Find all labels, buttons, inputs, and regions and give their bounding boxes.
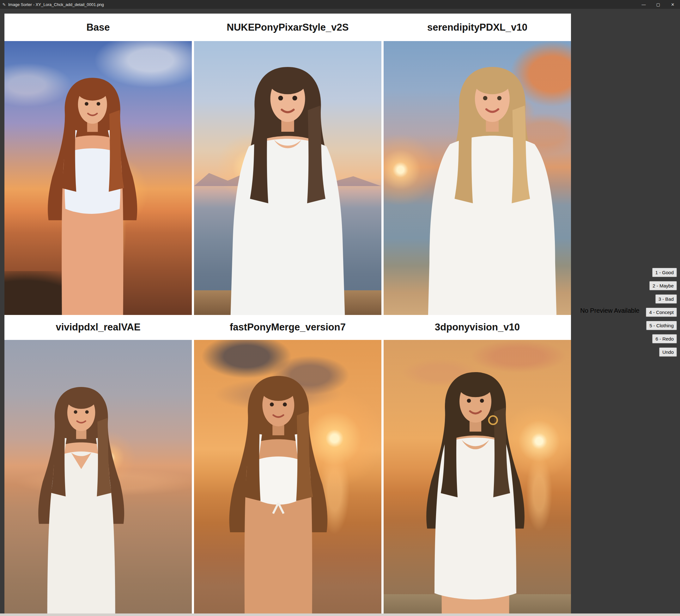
portrait-figure [194, 41, 381, 315]
generated-image-vividpdxl[interactable] [4, 340, 192, 614]
window-title: Image Sorter - XY_Lora_Chck_add_detail_0… [8, 2, 104, 7]
portrait-figure [4, 41, 192, 315]
column-label-base: Base [4, 13, 192, 41]
generated-image-fastponymerge[interactable] [194, 340, 381, 614]
window-bottom-edge [0, 614, 680, 616]
rate-redo-button[interactable]: 6 - Redo [652, 334, 677, 343]
generated-image-base[interactable] [4, 41, 192, 315]
column-label-serendipitypdxl: serendipityPDXL_v10 [384, 13, 571, 41]
app-icon: ✎ [0, 2, 8, 7]
maximize-icon[interactable]: ▢ [651, 0, 665, 9]
rate-clothing-button[interactable]: 5 - Clothing [646, 321, 677, 330]
column-label-vividpdxl: vividpdxl_realVAE [4, 315, 192, 340]
comparison-grid: Base NUKEPonyPixarStyle_v2S serendipityP… [4, 13, 571, 614]
column-label-fastponymerge: fastPonyMerge_version7 [194, 315, 381, 340]
image-sorter-window: { "window": { "title": "Image Sorter - X… [0, 0, 680, 616]
close-icon[interactable]: ✕ [665, 0, 680, 9]
no-preview-label: No Preview Available [575, 307, 645, 314]
image-grid-panel: Base NUKEPonyPixarStyle_v2S serendipityP… [4, 13, 571, 614]
portrait-figure [384, 340, 571, 614]
generated-image-nukeponypixarstyle[interactable] [194, 41, 381, 315]
rate-maybe-button[interactable]: 2 - Maybe [649, 281, 677, 290]
rate-bad-button[interactable]: 3 - Bad [655, 294, 677, 303]
minimize-icon[interactable]: — [636, 0, 651, 9]
title-bar[interactable]: ✎ Image Sorter - XY_Lora_Chck_add_detail… [0, 0, 680, 9]
generated-image-3dponyvision[interactable] [384, 340, 571, 614]
undo-button[interactable]: Undo [659, 348, 677, 357]
column-label-nukeponypixarstyle: NUKEPonyPixarStyle_v2S [194, 13, 381, 41]
rate-good-button[interactable]: 1 - Good [652, 268, 677, 277]
portrait-figure [194, 340, 381, 614]
generated-image-serendipitypdxl[interactable] [384, 41, 571, 315]
portrait-figure [384, 41, 571, 315]
rating-button-column: 1 - Good 2 - Maybe 3 - Bad 4 - Concept 5… [646, 268, 677, 357]
portrait-figure [4, 340, 192, 614]
column-label-3dponyvision: 3dponyvision_v10 [384, 315, 571, 340]
rate-concept-button[interactable]: 4 - Concept [646, 308, 677, 317]
